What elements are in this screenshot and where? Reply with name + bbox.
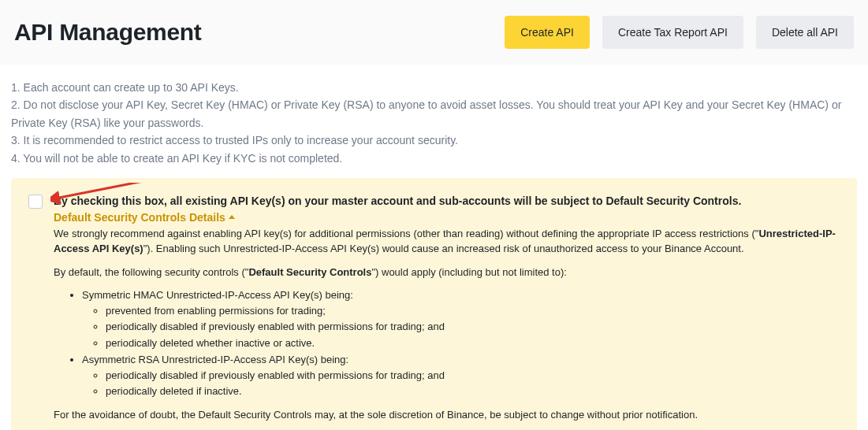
create-api-button[interactable]: Create API (505, 16, 590, 49)
security-controls-panel: By checking this box, all existing API K… (11, 178, 857, 430)
note-line: 4. You will not be able to create an API… (11, 150, 855, 167)
note-line: 1. Each account can create up to 30 API … (11, 79, 855, 96)
list-item: periodically deleted whether inactive or… (106, 335, 840, 351)
delete-all-api-button[interactable]: Delete all API (756, 16, 854, 49)
list-item: periodically deleted if inactive. (106, 384, 840, 399)
details-paragraph: For the avoidance of doubt, the Default … (54, 407, 840, 423)
details-paragraph: By default, the following security contr… (54, 265, 840, 280)
list-item: Symmetric HMAC Unrestricted-IP-Access AP… (82, 287, 840, 350)
create-tax-report-api-button[interactable]: Create Tax Report API (602, 16, 743, 49)
details-paragraph: We strongly recommend against enabling A… (54, 226, 840, 257)
note-line: 3. It is recommended to restrict access … (11, 132, 855, 149)
chevron-up-icon (229, 215, 235, 219)
details-toggle-label: Default Security Controls Details (54, 211, 225, 224)
page-title: API Management (14, 19, 202, 46)
list-item: periodically disabled if previously enab… (106, 368, 840, 384)
note-line: 2. Do not disclose your API Key, Secret … (11, 96, 855, 132)
details-toggle-link[interactable]: Default Security Controls Details (54, 211, 235, 224)
list-item: Asymmetric RSA Unrestricted-IP-Access AP… (82, 352, 840, 399)
notes-section: 1. Each account can create up to 30 API … (0, 65, 868, 178)
default-security-controls-checkbox[interactable] (28, 195, 43, 209)
header-bar: API Management Create API Create Tax Rep… (0, 0, 868, 65)
details-body: We strongly recommend against enabling A… (54, 226, 840, 430)
list-item: prevented from enabling permissions for … (106, 303, 840, 319)
checkbox-label: By checking this box, all existing API K… (54, 194, 741, 209)
list-item: periodically disabled if previously enab… (106, 319, 840, 335)
